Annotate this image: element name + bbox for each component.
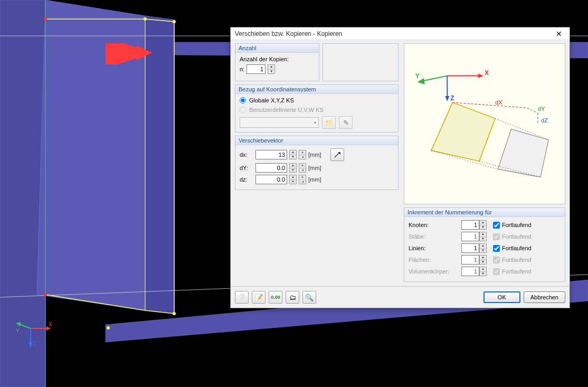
notes-button[interactable]: 📝 xyxy=(252,291,265,304)
blank-options-box xyxy=(323,43,399,81)
group-increment-head: Inkrement der Nummerierung für xyxy=(404,208,565,217)
cs-new-button: ✎ xyxy=(339,116,353,129)
inc-continuous-label: Fortlaufend xyxy=(502,268,532,275)
inc-value-input[interactable] xyxy=(461,220,479,230)
cancel-button[interactable]: Abbrechen xyxy=(524,291,565,303)
units-button[interactable]: 0.00 xyxy=(269,291,282,304)
close-button[interactable]: ✕ xyxy=(548,27,570,40)
svg-point-10 xyxy=(173,20,176,23)
inc-continuous-check xyxy=(493,257,500,263)
svg-marker-31 xyxy=(445,96,449,101)
increment-row-0: Knoten:▲▼Fortlaufend xyxy=(409,220,561,230)
inc-spinner[interactable]: ▲▼ xyxy=(479,243,487,253)
prev-y: Y xyxy=(415,72,420,80)
radio-global[interactable] xyxy=(240,97,246,103)
inc-continuous-check[interactable] xyxy=(493,245,500,252)
dy-spinner-coarse[interactable]: ▸◂ xyxy=(299,163,306,173)
inc-label: Volumenkörper: xyxy=(409,268,461,275)
dx-input[interactable] xyxy=(255,150,287,159)
svg-marker-17 xyxy=(136,45,152,60)
inc-spinner: ▲▼ xyxy=(479,232,487,241)
zoom-button[interactable]: 🔍 xyxy=(302,291,316,304)
preview-pane: X Y Z dX dY dZ xyxy=(404,43,565,204)
inc-continuous-label: Fortlaufend xyxy=(502,257,532,263)
increment-row-4: Volumenkörper:▲▼Fortlaufend xyxy=(409,267,561,276)
dy-spinner[interactable]: ▲▼ xyxy=(289,163,297,173)
radio-global-label: Globale X,Y,Z KS xyxy=(249,97,294,103)
prev-dx: dX xyxy=(495,99,502,106)
inc-value-input xyxy=(461,267,479,276)
dy-unit: [mm] xyxy=(308,165,321,171)
group-bezug: Bezug auf Koordinatensystem Globale X,Y,… xyxy=(235,84,399,133)
inc-label: Flächen: xyxy=(409,257,461,263)
group-anzahl: Anzahl Anzahl der Kopien: n: ▲▼ xyxy=(235,43,319,81)
inc-value-input[interactable] xyxy=(461,243,479,253)
prev-dz: dZ xyxy=(541,117,548,124)
radio-user xyxy=(240,107,246,113)
increment-row-1: Stäbe:▲▼Fortlaufend xyxy=(409,232,561,241)
inc-spinner: ▲▼ xyxy=(479,267,487,276)
group-vector-head: Verschiebevektor xyxy=(235,136,398,145)
svg-line-24 xyxy=(335,153,339,157)
svg-point-11 xyxy=(144,17,147,21)
dz-unit: [mm] xyxy=(308,176,321,183)
group-bezug-head: Bezug auf Koordinatensystem xyxy=(235,85,398,94)
ok-button[interactable]: OK xyxy=(483,291,520,303)
svg-point-9 xyxy=(44,17,47,21)
inc-continuous-check xyxy=(493,233,500,240)
inc-spinner[interactable]: ▲▼ xyxy=(479,220,487,230)
svg-marker-32 xyxy=(431,102,495,161)
dz-input[interactable] xyxy=(255,175,287,184)
svg-marker-23 xyxy=(29,342,33,347)
increment-row-3: Flächen:▲▼Fortlaufend xyxy=(409,255,561,265)
inc-continuous-label: Fortlaufend xyxy=(502,233,532,240)
inc-spinner: ▲▼ xyxy=(479,255,487,265)
inc-value-input xyxy=(461,255,479,265)
group-anzahl-head: Anzahl xyxy=(235,44,319,53)
dx-unit: [mm] xyxy=(308,152,321,158)
axis-gizmo: X Y Z xyxy=(16,317,53,350)
prev-dy: dY xyxy=(538,106,545,112)
svg-line-20 xyxy=(19,324,31,328)
move-copy-dialog: Verschieben bzw. Kopieren - Kopieren ✕ A… xyxy=(230,27,570,308)
inc-label: Knoten: xyxy=(409,222,461,228)
arrow-annotation xyxy=(106,43,153,65)
cs-open-button: 📁 xyxy=(322,116,336,129)
titlebar[interactable]: Verschieben bzw. Kopieren - Kopieren ✕ xyxy=(231,27,570,40)
svg-point-13 xyxy=(173,312,176,315)
dialog-title: Verschieben bzw. Kopieren - Kopieren xyxy=(235,30,342,37)
pick-vector-button[interactable] xyxy=(330,148,344,161)
settings-button[interactable]: 🗂 xyxy=(286,291,299,304)
dx-label: dx: xyxy=(240,152,253,158)
svg-marker-21 xyxy=(16,322,21,326)
dz-spinner-coarse[interactable]: ▸◂ xyxy=(299,175,306,184)
group-vector: Verschiebevektor dx: ▲▼ ▸◂ [mm] xyxy=(235,136,399,190)
svg-line-28 xyxy=(422,76,447,81)
gizmo-x: X xyxy=(49,322,52,327)
copies-label: Anzahl der Kopien: xyxy=(240,56,315,62)
gizmo-z: Z xyxy=(33,341,36,346)
inc-continuous-label: Fortlaufend xyxy=(502,222,532,228)
dz-spinner[interactable]: ▲▼ xyxy=(289,175,297,184)
prev-z: Z xyxy=(450,95,454,102)
svg-line-34 xyxy=(527,108,538,113)
inc-continuous-label: Fortlaufend xyxy=(502,245,532,251)
svg-point-14 xyxy=(107,326,110,329)
dialog-bottom-bar: ❔ 📝 0.00 🗂 🔍 OK Abbrechen xyxy=(231,286,570,308)
radio-user-label: Benutzerdefinierte U,V,W KS xyxy=(249,107,324,113)
copies-input[interactable] xyxy=(246,64,265,74)
inc-continuous-check[interactable] xyxy=(493,222,500,229)
inc-label: Stäbe: xyxy=(409,233,461,240)
dx-spinner[interactable]: ▲▼ xyxy=(289,150,297,159)
n-label: n: xyxy=(240,66,244,72)
group-increment: Inkrement der Nummerierung für Knoten:▲▼… xyxy=(404,207,565,282)
dy-label: dY: xyxy=(240,165,253,171)
svg-marker-27 xyxy=(478,74,483,78)
inc-continuous-check xyxy=(493,268,500,275)
copies-spinner[interactable]: ▲▼ xyxy=(268,64,275,74)
dy-input[interactable] xyxy=(255,163,287,173)
dx-spinner-coarse[interactable]: ▸◂ xyxy=(299,150,306,159)
gizmo-y: Y xyxy=(16,328,20,334)
help-button[interactable]: ❔ xyxy=(235,291,249,304)
svg-marker-36 xyxy=(498,129,548,177)
